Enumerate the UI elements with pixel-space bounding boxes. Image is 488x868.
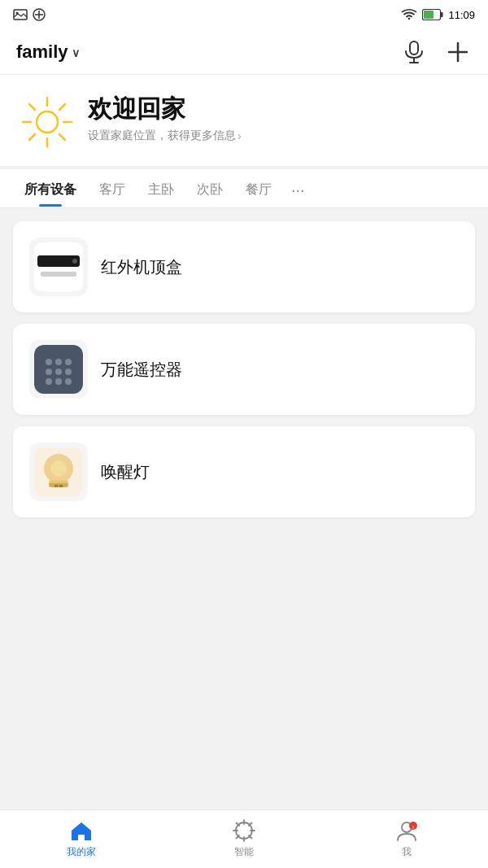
nav-chevron-icon: ∨ xyxy=(72,46,80,59)
svg-line-21 xyxy=(29,134,35,140)
svg-point-32 xyxy=(65,369,72,375)
lamp-device-name: 唤醒灯 xyxy=(101,461,150,483)
svg-text:03:00: 03:00 xyxy=(54,484,63,488)
home-nav-label: 我的家 xyxy=(67,845,96,859)
lamp-device-icon: 03:00 xyxy=(31,444,86,499)
tab-master-bedroom[interactable]: 主卧 xyxy=(137,170,185,207)
smart-icon xyxy=(233,819,255,842)
plus-icon xyxy=(447,41,468,63)
svg-line-50 xyxy=(237,835,240,839)
svg-point-35 xyxy=(65,378,72,385)
time-display: 11:09 xyxy=(448,9,475,21)
svg-point-30 xyxy=(46,369,52,375)
svg-point-31 xyxy=(55,369,62,375)
room-tabs: 所有设备 客厅 主卧 次卧 餐厅 ··· xyxy=(0,169,488,208)
stb-icon-wrap xyxy=(29,238,88,296)
me-nav-label: 我 xyxy=(402,845,412,859)
svg-text:!: ! xyxy=(412,825,414,830)
svg-line-19 xyxy=(59,134,65,140)
top-nav: family ∨ xyxy=(0,29,488,75)
status-right: 11:09 xyxy=(401,8,475,21)
svg-point-29 xyxy=(65,359,72,365)
device-card-remote[interactable]: 万能遥控器 xyxy=(13,324,475,415)
lamp-icon-wrap: 03:00 xyxy=(29,443,88,501)
svg-point-25 xyxy=(72,259,77,264)
main-content: 欢迎回家 设置家庭位置，获得更多信息 › 所有设备 客厅 主卧 次卧 餐厅 ··… xyxy=(0,75,488,595)
welcome-section: 欢迎回家 设置家庭位置，获得更多信息 › xyxy=(0,75,488,166)
svg-rect-6 xyxy=(441,12,443,17)
welcome-subtitle[interactable]: 设置家庭位置，获得更多信息 › xyxy=(88,129,242,143)
bottom-nav-home[interactable]: 我的家 xyxy=(0,813,163,866)
remote-device-icon xyxy=(31,342,86,397)
svg-line-20 xyxy=(59,104,65,110)
mic-icon xyxy=(403,40,425,64)
image-icon xyxy=(13,9,28,20)
svg-rect-8 xyxy=(410,41,418,55)
svg-point-34 xyxy=(55,378,62,385)
device-card-stb[interactable]: 红外机顶盒 xyxy=(13,221,475,312)
remote-icon-wrap xyxy=(29,340,88,399)
smart-nav-label: 智能 xyxy=(234,845,254,859)
nav-title[interactable]: family ∨ xyxy=(16,41,80,63)
bottom-nav: 我的家 智能 ! 我 xyxy=(0,809,488,868)
wifi-icon xyxy=(401,8,417,21)
nav-actions xyxy=(400,37,472,68)
tab-all-devices[interactable]: 所有设备 xyxy=(13,170,88,207)
tab-dining-room[interactable]: 餐厅 xyxy=(234,170,283,207)
svg-line-49 xyxy=(249,823,252,827)
welcome-text: 欢迎回家 设置家庭位置，获得更多信息 › xyxy=(88,94,242,143)
stb-device-name: 红外机顶盒 xyxy=(101,256,182,278)
svg-line-48 xyxy=(249,835,252,839)
more-tabs-button[interactable]: ··· xyxy=(283,169,313,207)
add-button[interactable] xyxy=(444,38,472,66)
svg-point-13 xyxy=(37,111,58,133)
status-left xyxy=(13,8,46,21)
svg-line-47 xyxy=(237,823,240,827)
welcome-title: 欢迎回家 xyxy=(88,94,242,124)
bottom-nav-me[interactable]: ! 我 xyxy=(325,813,488,866)
svg-rect-7 xyxy=(424,11,434,19)
home-icon xyxy=(70,819,93,842)
remote-device-name: 万能遥控器 xyxy=(101,359,182,381)
device-list: 红外机顶盒 万能遥控器 xyxy=(0,208,488,530)
device-card-lamp[interactable]: 03:00 唤醒灯 xyxy=(13,426,475,517)
svg-line-18 xyxy=(29,104,35,110)
svg-point-27 xyxy=(46,359,52,365)
stb-device-icon xyxy=(31,239,86,294)
subtitle-chevron-icon: › xyxy=(237,129,242,142)
svg-rect-24 xyxy=(41,272,76,277)
tab-second-bedroom[interactable]: 次卧 xyxy=(185,170,234,207)
sun-icon xyxy=(20,94,75,150)
mic-button[interactable] xyxy=(400,37,428,68)
battery-status-icon xyxy=(33,8,46,21)
svg-point-28 xyxy=(55,359,62,365)
status-bar: 11:09 xyxy=(0,0,488,29)
bottom-nav-smart[interactable]: 智能 xyxy=(163,813,325,866)
tab-living-room[interactable]: 客厅 xyxy=(88,170,137,207)
svg-point-33 xyxy=(46,378,52,385)
user-icon: ! xyxy=(395,819,418,842)
battery-icon xyxy=(422,9,443,20)
family-label: family xyxy=(16,41,68,63)
svg-point-39 xyxy=(50,460,67,477)
